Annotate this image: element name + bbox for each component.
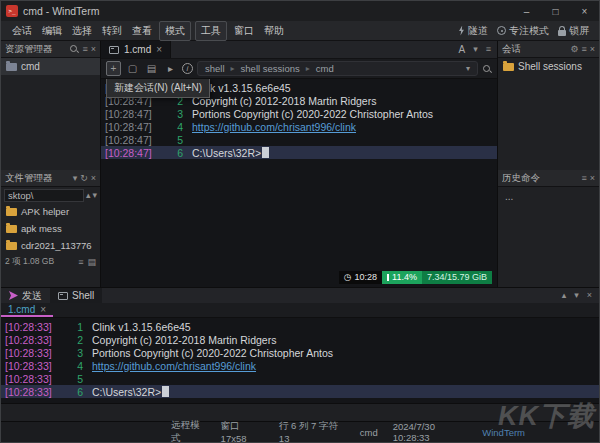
close-icon[interactable]: × <box>91 45 96 54</box>
grid-view-icon[interactable]: ▤ <box>87 258 96 267</box>
file-item[interactable]: cdr2021_113776 <box>1 237 100 254</box>
dock-subtabbar: 1.cmd × <box>1 303 599 318</box>
terminal-text: Copyright (c) 2012-2018 Martin Ridgers <box>192 95 376 107</box>
menu-icon[interactable]: ≡ <box>486 45 491 54</box>
terminal-line: [10:28:47] 6 C:\Users\32R> <box>101 146 497 159</box>
subtab-1cmd[interactable]: 1.cmd × <box>1 303 53 317</box>
close-icon[interactable]: × <box>590 45 595 54</box>
status-datetime[interactable]: 2024/7/30 10:28:33 <box>393 421 468 443</box>
line-number: 2 <box>71 334 83 346</box>
terminal-text: https://github.com/chrisant996/clink <box>92 360 256 372</box>
info-icon[interactable]: i <box>182 63 193 74</box>
path-input[interactable]: sktop\ <box>4 189 84 202</box>
chevron-up-icon[interactable]: ▴ <box>86 191 91 200</box>
menu-icon[interactable]: ≡ <box>82 45 87 54</box>
dock-terminal-output[interactable]: [10:28:33] 1 Clink v1.3.15.6e6e45 [10:28… <box>1 318 599 403</box>
lock-icon <box>558 30 566 36</box>
status-cursor-position[interactable]: 行 6 列 7 字符 13 <box>279 420 345 443</box>
menu-icon[interactable]: ≡ <box>581 45 586 54</box>
refresh-icon[interactable]: ↻ <box>80 174 88 183</box>
timestamp: [10:28:47] <box>105 134 171 146</box>
menu-item[interactable]: 窗口 <box>229 22 259 40</box>
terminal-text: Portions Copyright (c) 2020-2022 Christo… <box>192 108 433 120</box>
terminal-toolbar: + ▢ ▤ ▸ i shell ▸ shell sessions ▸ cmd ▾ <box>101 59 497 79</box>
dock-footer <box>1 403 599 421</box>
chevron-down-icon[interactable]: ▾ <box>473 45 478 54</box>
breadcrumb-item-cmd[interactable]: cmd <box>316 63 334 74</box>
status-window-size[interactable]: 窗口 17x58 <box>221 420 264 443</box>
sessions-tree: Shell sessions <box>498 58 599 170</box>
tab-1cmd[interactable]: 1.cmd × <box>101 41 171 58</box>
chevron-right-icon: ▸ <box>231 64 235 73</box>
new-session-button[interactable]: + <box>106 61 121 76</box>
right-sidebar: 会话 ⚙ ≡ × Shell sessions 历史命令 ≡ × <box>497 41 599 287</box>
close-icon[interactable]: × <box>40 304 46 315</box>
menu-item[interactable]: 查看 <box>127 22 157 40</box>
explorer-panel-title: 资源管理器 <box>5 43 66 56</box>
breadcrumb-item-shell-sessions[interactable]: shell sessions <box>241 63 300 74</box>
terminal-line: [10:28:47] 5 <box>101 133 497 146</box>
menu-item[interactable]: 编辑 <box>37 22 67 40</box>
terminal-line: [10:28:33] 2 Copyright (c) 2012-2018 Mar… <box>1 333 599 346</box>
font-size-button[interactable]: A <box>459 44 466 55</box>
timestamp: [10:28:47] <box>105 121 171 133</box>
stats-time: 10:28 <box>355 271 378 284</box>
menu-item[interactable]: 转到 <box>97 22 127 40</box>
menu-item[interactable]: 模式 <box>159 21 191 41</box>
menu-item[interactable]: 帮助 <box>259 22 289 40</box>
file-item[interactable]: apk mess <box>1 220 100 237</box>
app-window: >_ cmd - WindTerm – □ × 会话 编辑 选择 转到 查看 模… <box>0 0 600 443</box>
gear-icon[interactable]: ⚙ <box>570 45 578 54</box>
search-icon[interactable] <box>69 44 79 54</box>
chevron-down-icon[interactable]: ▾ <box>466 64 470 73</box>
timestamp: [10:28:33] <box>5 386 71 398</box>
close-icon[interactable]: × <box>91 174 96 183</box>
close-button[interactable]: × <box>570 1 599 21</box>
timestamp: [10:28:47] <box>105 108 171 120</box>
status-app-label[interactable]: WindTerm <box>482 427 525 438</box>
terminal-text: Clink v1.3.15.6e6e45 <box>92 321 191 333</box>
list-view-icon[interactable]: ≡ <box>78 258 83 267</box>
menu-item[interactable]: 工具 <box>195 21 227 41</box>
open-session-button[interactable]: ▢ <box>125 61 140 76</box>
explorer-item[interactable]: cmd <box>1 58 100 75</box>
terminal-output[interactable]: [10:28:47] 1 Clink v1.3.15.6e6e45 [10:28… <box>101 79 497 287</box>
history-panel-title: 历史命令 <box>502 172 578 185</box>
status-shell[interactable]: cmd <box>360 427 378 438</box>
breadcrumb[interactable]: shell ▸ shell sessions ▸ cmd ▾ <box>197 61 478 76</box>
lock-screen-button[interactable]: 锁屏 <box>558 24 589 38</box>
line-number: 4 <box>171 121 183 133</box>
timestamp: [10:28:33] <box>5 373 71 385</box>
chevron-down-icon[interactable]: ▾ <box>92 191 97 200</box>
tab-shell[interactable]: Shell <box>50 288 102 303</box>
menubar: 会话 编辑 选择 转到 查看 模式 工具 窗口 帮助 隧道 专注模式 <box>1 21 599 41</box>
search-icon[interactable] <box>482 64 492 74</box>
terminal-line: [10:28:33] 3 Portions Copyright (c) 2020… <box>1 346 599 359</box>
tunnel-button[interactable]: 隧道 <box>458 24 488 38</box>
tooltip: 新建会话(N) (Alt+N) <box>106 79 210 98</box>
session-list-button[interactable]: ▤ <box>144 61 159 76</box>
chevron-down-icon[interactable]: ▾ <box>73 174 78 183</box>
file-item[interactable]: APK helper <box>1 203 100 220</box>
menu-item[interactable]: 会话 <box>7 22 37 40</box>
maximize-button[interactable]: □ <box>541 1 570 21</box>
chevron-down-icon[interactable]: ▾ <box>574 291 579 300</box>
focus-mode-button[interactable]: 专注模式 <box>497 24 549 38</box>
session-item[interactable]: Shell sessions <box>498 58 599 75</box>
tab-send[interactable]: 发送 <box>1 288 50 303</box>
chevron-up-icon[interactable]: ▴ <box>562 291 567 300</box>
line-number: 4 <box>71 360 83 372</box>
send-icon <box>9 291 18 300</box>
close-icon[interactable]: × <box>156 44 162 55</box>
folder-icon <box>6 208 17 216</box>
history-item[interactable]: ... <box>498 187 599 204</box>
close-icon[interactable]: × <box>590 174 595 183</box>
status-mode[interactable]: 远程模式 <box>171 419 206 443</box>
close-icon[interactable]: × <box>587 291 592 300</box>
minimize-button[interactable]: – <box>512 1 541 21</box>
menu-item[interactable]: 选择 <box>67 22 97 40</box>
history-button[interactable]: ▸ <box>163 61 178 76</box>
statusbar: 远程模式 窗口 17x58 行 6 列 7 字符 13 cmd 2024/7/3… <box>1 421 599 442</box>
breadcrumb-item-shell[interactable]: shell <box>205 63 225 74</box>
menu-icon[interactable]: ≡ <box>581 174 586 183</box>
